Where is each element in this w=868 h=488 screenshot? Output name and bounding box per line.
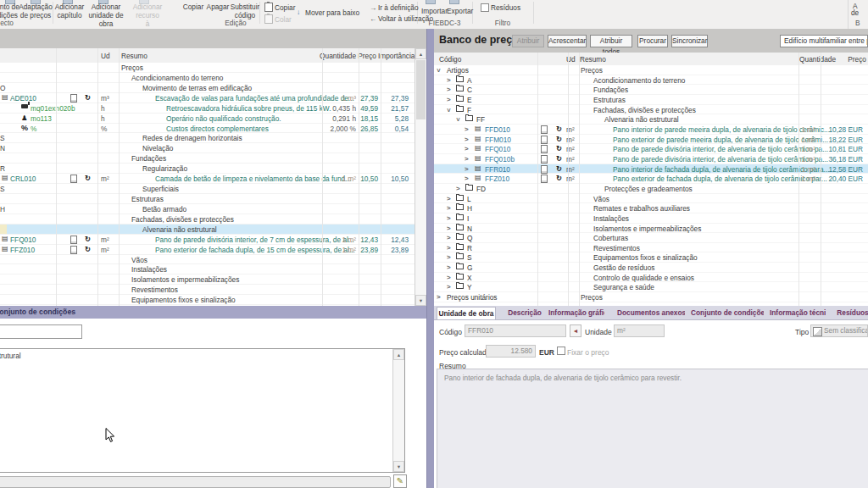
fixar-preco-checkbox[interactable] [557,347,565,355]
table-row[interactable]: Estruturas [0,194,415,204]
tree-row[interactable]: >FFAlvenaria não estrutural [434,114,868,125]
chevron-right-icon[interactable]: > [447,195,451,202]
chevron-right-icon[interactable]: > [447,214,451,222]
ribbon-button-substituir-codigo[interactable]: Substituir código [230,3,260,19]
table-row[interactable]: Isolamentos e impermeabilizações [0,274,415,285]
tree-row[interactable]: >ArtigosPreços [434,65,868,75]
conditions-code-input[interactable] [0,324,82,339]
table-row[interactable]: Revestimentos [0,285,415,295]
table-row[interactable]: Fundações [0,153,415,164]
chevron-down-icon[interactable]: > [454,118,462,122]
resumo-box[interactable]: Pano interior de fachada dupla, de alven… [437,369,868,488]
table-row[interactable]: HBetão armado [0,204,415,214]
table-row[interactable]: %%%Custos directos complementares2,000 %… [0,124,415,134]
conditions-textarea[interactable]: estrutural ▲ ▼ [0,348,405,473]
chevron-right-icon[interactable]: > [447,76,451,84]
tree-row[interactable]: >HRemates e trabalhos auxiliares [434,203,868,214]
tree-row[interactable]: >FDProtecções e gradeamentos [434,184,868,194]
chevron-right-icon[interactable]: > [447,234,451,241]
chevron-down-icon[interactable]: > [445,108,453,112]
ribbon-button-exportar[interactable]: Exportar [447,7,473,15]
bank-name-field[interactable]: Edifício multifamiliar entre pa [780,35,868,47]
tree-row[interactable]: >QCoberturas [434,233,868,243]
tree-row[interactable]: >FFachadas, divisões e protecções [434,105,868,115]
tab-res-duos[interactable]: Resíduos [837,307,868,319]
scroll-up-button[interactable]: ▲ [415,48,426,59]
tree-row[interactable]: >Preços unitáriosPreços [434,292,868,302]
chevron-right-icon[interactable]: > [447,253,451,261]
sincronizar-button[interactable]: Sincronizar [671,35,708,47]
tab-descri-o[interactable]: Descrição [506,307,543,319]
chevron-right-icon[interactable]: > [465,175,469,182]
tree-row[interactable]: >CFundações [434,85,868,95]
tree-row[interactable]: >RRevestimentos [434,243,868,253]
ribbon-button-ir-a-definicao[interactable]: Ir à definição [378,3,419,12]
table-row[interactable]: ▤FFZ010↻m²Pano exterior de fachada dupla… [0,245,415,255]
table-row[interactable]: Acondicionamento do terreno [0,73,415,83]
chevron-right-icon[interactable]: > [437,293,441,301]
table-row[interactable]: RRegularização [0,164,415,174]
tree-row[interactable]: >SEquipamentos fixos e sinalização [434,252,868,263]
table-row[interactable]: SRedes de drenagem horizontais [0,133,415,143]
tree-row[interactable]: >GGestão de resíduos [434,263,868,273]
table-row[interactable]: ▤CRL010↻m²Camada de betão de limpeza e n… [0,174,415,184]
table-row[interactable]: SSuperficiais [0,184,415,194]
tree-row[interactable]: >NIsolamentos e impermeabilizações [434,224,868,234]
ribbon-button-clipboard-copy[interactable]: Copiar [275,3,295,12]
chevron-right-icon[interactable]: > [465,145,469,152]
procurar-button[interactable]: Procurar [637,35,668,47]
chevron-right-icon[interactable]: > [465,125,469,133]
tree-row[interactable]: >EEstruturas [434,95,868,105]
tab-informa-o-t-cnica[interactable]: Informação técnica [770,307,826,319]
ribbon-button-mover-para-baixo[interactable]: Mover para baixo [305,8,359,17]
chevron-down-icon[interactable]: > [435,69,442,73]
tree-row[interactable]: >YSegurança e saúde [434,282,868,292]
tree-row[interactable]: >XControlo de qualidade e ensaios [434,273,868,283]
tree-row[interactable]: >▤FFZ010↻m²Pano exterior de fachada dupl… [434,174,868,184]
tab-unidade-de-obra[interactable]: Unidade de obra [437,307,496,319]
chevron-right-icon[interactable]: > [447,244,451,252]
edit-button[interactable]: ✎ [393,474,407,488]
left-table-scrollbar[interactable]: ▲ ▼ [415,48,426,306]
residuos-checkbox[interactable] [481,3,489,12]
unidade-field[interactable]: m² [614,324,665,337]
table-row[interactable]: ♟mo113hOperário não qualificado construç… [0,114,415,124]
table-row[interactable]: Equipamentos fixos e sinalização [0,295,415,305]
tree-row[interactable]: >▤FFD010↻m²Pano interior de parede meeir… [434,125,868,135]
scroll-up-button[interactable]: ▲ [393,349,404,360]
atribuir-todos-button[interactable]: Atribuir todos [590,35,632,47]
tab-documentos-anexos[interactable]: Documentos anexos [617,307,685,319]
ribbon-button-adaptacao-precos[interactable]: Adaptação de preços [19,3,53,19]
tree-row[interactable]: >▤FFQ010↻m²Pano de parede divisória inte… [434,144,868,154]
ribbon-button-apagar[interactable]: Apagar [206,3,230,11]
table-row[interactable]: Alvenaria não estrutural [0,225,415,235]
chevron-right-icon[interactable]: > [465,155,469,163]
chevron-right-icon[interactable]: > [447,263,451,271]
table-row[interactable]: OMovimento de terras em edificação [0,83,415,93]
chevron-right-icon[interactable]: > [456,185,460,192]
codigo-field[interactable]: FFR010 [465,324,566,337]
table-row[interactable]: ▤FFQ010↻m²Pano de parede divisória inter… [0,235,415,245]
table-row[interactable]: Vãos [0,255,415,265]
tree-row[interactable]: >▤FFQ010b↻m²Pano de parede divisória int… [434,154,868,164]
table-row[interactable]: ▤ADE010↻m³Escavação de valas para fundaç… [0,93,415,103]
table-row[interactable]: Instalações [0,264,415,274]
acrescentar-button[interactable]: Acrescentar [548,35,587,47]
conditions-bottom-field[interactable] [0,476,391,488]
table-row[interactable]: Fachadas, divisões e protecções [0,214,415,225]
scroll-down-button[interactable]: ▼ [393,461,404,472]
textarea-scrollbar[interactable]: ▲ ▼ [392,349,404,472]
scrollbar-thumb[interactable] [416,60,426,119]
chevron-right-icon[interactable]: > [447,96,451,103]
tree-row[interactable]: >▤FFM010↻m²Pano exterior de parede meeir… [434,135,868,145]
tree-row[interactable]: >LVãos [434,194,868,204]
back-arrow-button[interactable]: ◄ [570,324,581,337]
ribbon-button-importar[interactable]: Importar [421,7,448,15]
table-row[interactable]: Preços [0,63,415,73]
chevron-right-icon[interactable]: > [447,86,451,93]
tab-informa-o-gr-fica[interactable]: Informação gráfica [548,307,604,319]
table-row[interactable]: NNivelação [0,143,415,153]
scroll-down-button[interactable]: ▼ [415,295,426,306]
chevron-right-icon[interactable]: > [447,283,451,291]
tree-row[interactable]: >AAcondicionamento do terreno [434,75,868,86]
